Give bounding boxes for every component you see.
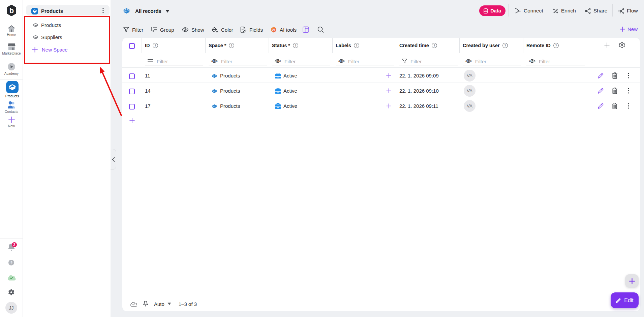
svg-text:b: b: [467, 59, 469, 63]
svg-text:?: ?: [231, 44, 233, 47]
svg-text:c: c: [534, 59, 535, 63]
svg-text:?: ?: [154, 44, 156, 47]
svg-text:?: ?: [504, 44, 506, 47]
svg-text:b: b: [340, 59, 342, 63]
svg-text:c: c: [279, 59, 281, 63]
svg-text:c: c: [470, 59, 472, 63]
svg-text:c: c: [343, 59, 345, 63]
svg-text:a: a: [211, 59, 213, 63]
svg-text:2: 2: [13, 243, 16, 247]
svg-text:b: b: [277, 59, 279, 63]
svg-text:b: b: [531, 59, 533, 63]
svg-text:?: ?: [10, 261, 12, 265]
svg-text:?: ?: [555, 44, 557, 47]
svg-text:a: a: [529, 59, 531, 63]
svg-text:c: c: [216, 59, 218, 63]
svg-text:a: a: [465, 59, 467, 63]
svg-text:?: ?: [295, 44, 297, 47]
svg-text:b: b: [213, 59, 215, 63]
svg-text:AI: AI: [272, 28, 275, 31]
svg-text:a: a: [275, 59, 276, 63]
svg-text:b: b: [9, 6, 14, 15]
svg-text:?: ?: [356, 44, 358, 47]
svg-text:a: a: [338, 59, 340, 63]
svg-text:?: ?: [433, 44, 435, 47]
